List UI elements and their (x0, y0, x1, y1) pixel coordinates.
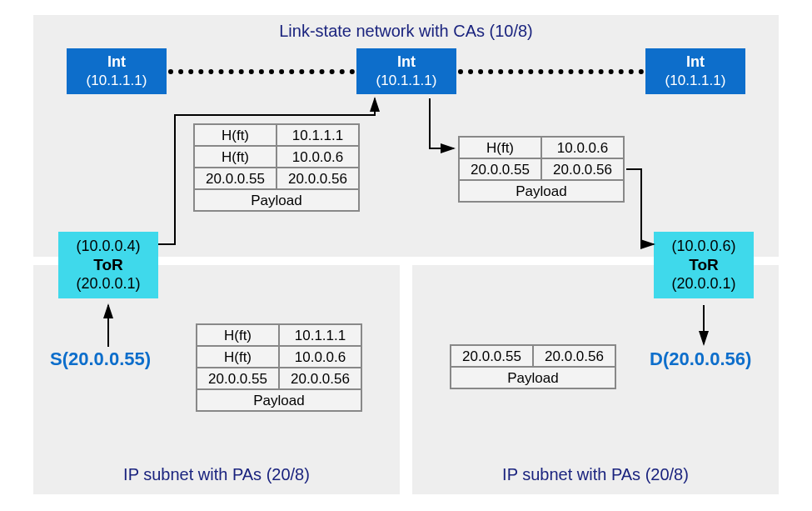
packet-table-top-left: H(ft)10.1.1.1 H(ft)10.0.0.6 20.0.0.5520.… (193, 123, 360, 212)
pkt-cell: H(ft) (197, 346, 279, 368)
title-subnet-left: IP subnet with PAs (20/8) (33, 465, 400, 484)
pkt-payload: Payload (197, 389, 361, 411)
title-subnet-right: IP subnet with PAs (20/8) (412, 465, 779, 484)
pkt-cell: 20.0.0.56 (533, 345, 615, 367)
pkt-cell: 20.0.0.56 (541, 158, 624, 180)
pkt-cell: H(ft) (194, 124, 276, 146)
pkt-cell: 20.0.0.55 (194, 168, 276, 189)
pkt-cell: H(ft) (194, 146, 276, 168)
int-ip: (10.1.1.1) (67, 73, 167, 89)
tor-top-ip: (10.0.0.6) (654, 238, 754, 255)
int-label: Int (67, 53, 167, 71)
tor-node-right: (10.0.0.6) ToR (20.0.0.1) (654, 232, 754, 298)
pkt-cell: 20.0.0.55 (459, 158, 541, 180)
pkt-cell: 10.0.0.6 (541, 137, 624, 158)
pkt-cell: H(ft) (459, 137, 541, 158)
dotted-link-right (458, 69, 644, 74)
packet-table-bottom-left: H(ft)10.1.1.1 H(ft)10.0.0.6 20.0.0.5520.… (196, 323, 362, 412)
pkt-cell: H(ft) (197, 324, 279, 346)
tor-label: ToR (654, 256, 754, 274)
title-link-state: Link-state network with CAs (10/8) (33, 22, 779, 41)
int-label: Int (356, 53, 456, 71)
pkt-payload: Payload (194, 189, 359, 211)
tor-label: ToR (58, 256, 158, 274)
pkt-cell: 10.1.1.1 (279, 324, 361, 346)
packet-table-bottom-right: 20.0.0.5520.0.0.56 Payload (450, 344, 616, 389)
int-label: Int (645, 53, 745, 71)
packet-table-top-right: H(ft)10.0.0.6 20.0.0.5520.0.0.56 Payload (458, 136, 625, 203)
endpoint-source: S(20.0.0.55) (50, 348, 151, 370)
pkt-cell: 10.0.0.6 (276, 146, 359, 168)
int-node-left: Int (10.1.1.1) (67, 48, 167, 94)
diagram-canvas: Link-state network with CAs (10/8) IP su… (33, 15, 779, 494)
tor-top-ip: (10.0.0.4) (58, 238, 158, 255)
tor-bottom-ip: (20.0.0.1) (58, 275, 158, 293)
tor-node-left: (10.0.0.4) ToR (20.0.0.1) (58, 232, 158, 298)
int-ip: (10.1.1.1) (356, 73, 456, 89)
int-ip: (10.1.1.1) (645, 73, 745, 89)
tor-bottom-ip: (20.0.0.1) (654, 275, 754, 293)
pkt-cell: 10.0.0.6 (279, 346, 361, 368)
endpoint-dest: D(20.0.0.56) (650, 348, 751, 370)
int-node-mid: Int (10.1.1.1) (356, 48, 456, 94)
pkt-cell: 20.0.0.55 (197, 368, 279, 389)
pkt-cell: 20.0.0.56 (276, 168, 359, 189)
pkt-payload: Payload (459, 180, 624, 202)
int-node-right: Int (10.1.1.1) (645, 48, 745, 94)
pkt-cell: 20.0.0.56 (279, 368, 361, 389)
pkt-payload: Payload (451, 367, 615, 388)
pkt-cell: 10.1.1.1 (276, 124, 359, 146)
pkt-cell: 20.0.0.55 (451, 345, 533, 367)
dotted-link-left (168, 69, 355, 74)
